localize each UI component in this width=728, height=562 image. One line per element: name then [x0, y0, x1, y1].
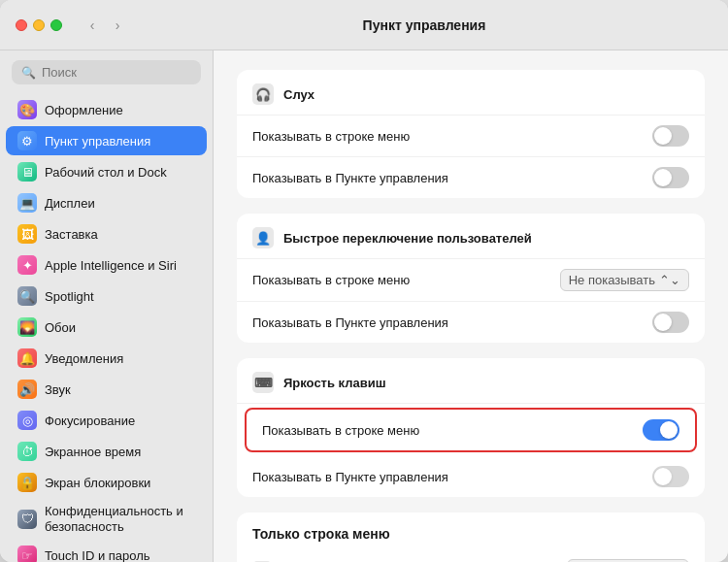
hearing-section-header: 🎧 Слух — [237, 70, 705, 116]
hearing-control-row: Показывать в Пункте управления — [237, 157, 705, 198]
sidebar-item-label: Обои — [45, 320, 76, 335]
back-button[interactable]: ‹ — [82, 15, 103, 36]
sound-icon: 🔊 — [17, 380, 37, 399]
search-input[interactable] — [42, 65, 205, 80]
nav-buttons: ‹ › — [82, 15, 128, 36]
sidebar-item-display[interactable]: 💻 Дисплеи — [6, 188, 207, 217]
sidebar-item-label: Touch ID и пароль — [45, 548, 150, 562]
menubar-only-title: Только строка меню — [237, 512, 705, 549]
sidebar: 🔍 🎨 Оформление ⚙ Пункт управления 🖥 Рабо… — [0, 50, 214, 562]
sidebar-item-label: Конфиденциальность и безопасность — [45, 504, 195, 534]
keyboard-menubar-toggle[interactable] — [643, 419, 679, 441]
sidebar-item-label: Экран блокировки — [45, 476, 150, 490]
keyboard-control-row: Показывать в Пункте управления — [237, 456, 705, 497]
sidebar-item-screensaver[interactable]: 🖼 Заставка — [6, 219, 207, 248]
control-icon: ⚙ — [17, 131, 37, 150]
screensaver-icon: 🖼 — [17, 224, 37, 244]
sidebar-item-label: Apple Intelligence и Siri — [45, 258, 177, 273]
sidebar-item-sound[interactable]: 🔊 Звук — [6, 375, 207, 404]
user-switch-control-toggle[interactable] — [652, 312, 689, 333]
user-switch-dropdown-value: Не показывать — [569, 273, 655, 287]
keyboard-title: Яркость клавиш — [283, 376, 386, 390]
privacy-icon: 🛡 — [17, 510, 37, 529]
user-switch-title: Быстрое переключение пользователей — [283, 231, 532, 246]
hearing-section: 🎧 Слух Показывать в строке меню Показыва… — [237, 70, 705, 198]
maximize-button[interactable] — [50, 19, 62, 31]
user-switch-control-row: Показывать в Пункте управления — [237, 302, 705, 343]
sidebar-item-label: Экранное время — [45, 445, 141, 459]
sidebar-item-label: Оформление — [45, 103, 123, 117]
close-button[interactable] — [16, 19, 27, 31]
display-icon: 💻 — [17, 193, 37, 213]
hearing-menubar-toggle[interactable] — [652, 125, 689, 147]
keyboard-menubar-highlighted: Показывать в строке меню — [245, 408, 697, 452]
sidebar-item-desktop[interactable]: 🖥 Рабочий стол и Dock — [6, 157, 207, 186]
hearing-control-toggle[interactable] — [652, 167, 689, 188]
forward-button[interactable]: › — [107, 15, 128, 36]
sidebar-item-lock[interactable]: 🔒 Экран блокировки — [6, 468, 207, 497]
user-switch-menubar-label: Показывать в строке меню — [252, 273, 560, 287]
user-switch-control-label: Показывать в Пункте управления — [252, 315, 652, 330]
search-icon: 🔍 — [21, 66, 36, 80]
keyboard-header: ⌨ Яркость клавиш — [237, 358, 705, 404]
sidebar-item-spotlight[interactable]: 🔍 Spotlight — [6, 281, 207, 311]
minimize-button[interactable] — [33, 19, 45, 31]
theme-icon: 🎨 — [17, 100, 37, 119]
menubar-only-section: Только строка меню 🕐 Часы Настройки часо… — [237, 512, 705, 562]
lock-icon: 🔒 — [17, 473, 37, 492]
traffic-lights — [16, 19, 62, 31]
sidebar-item-ai[interactable]: ✦ Apple Intelligence и Siri — [6, 250, 207, 280]
keyboard-menubar-row: Показывать в строке меню — [247, 410, 695, 450]
hearing-section-title: Слух — [283, 87, 314, 102]
screentime-icon: ⏱ — [17, 442, 37, 461]
sidebar-item-label: Spotlight — [45, 289, 94, 304]
hearing-control-label: Показывать в Пункте управления — [252, 171, 652, 185]
user-switch-header: 👤 Быстрое переключение пользователей — [237, 214, 705, 259]
sidebar-item-label: Рабочий стол и Dock — [45, 165, 167, 180]
dropdown-arrow-icon: ⌃⌄ — [659, 273, 680, 287]
sidebar-item-focus[interactable]: ◎ Фокусирование — [6, 406, 207, 435]
notifications-icon: 🔔 — [17, 348, 37, 368]
sidebar-item-touchid[interactable]: ☞ Touch ID и пароль — [6, 541, 207, 562]
search-box[interactable]: 🔍 — [12, 60, 201, 84]
desktop-icon: 🖥 — [17, 162, 37, 182]
keyboard-icon: ⌨ — [252, 372, 274, 393]
hearing-menubar-label: Показывать в строке меню — [252, 129, 652, 144]
touchid-icon: ☞ — [17, 545, 37, 562]
sidebar-item-control[interactable]: ⚙ Пункт управления — [6, 126, 207, 155]
hearing-menubar-row: Показывать в строке меню — [237, 116, 705, 157]
keyboard-control-toggle[interactable] — [652, 466, 689, 487]
sidebar-item-wallpaper[interactable]: 🌄 Обои — [6, 313, 207, 342]
content-area: 🔍 🎨 Оформление ⚙ Пункт управления 🖥 Рабо… — [0, 50, 728, 562]
sidebar-item-label: Пункт управления — [45, 134, 150, 149]
titlebar: ‹ › Пункт управления — [0, 0, 728, 50]
clock-row: 🕐 Часы Настройки часов... — [237, 549, 705, 562]
sidebar-item-label: Дисплеи — [45, 196, 95, 211]
sidebar-item-label: Звук — [45, 382, 71, 397]
sidebar-item-privacy[interactable]: 🛡 Конфиденциальность и безопасность — [6, 499, 207, 539]
focus-icon: ◎ — [17, 411, 37, 430]
main-window: ‹ › Пункт управления 🔍 🎨 Оформление ⚙ Пу… — [0, 0, 728, 562]
keyboard-menubar-label: Показывать в строке меню — [262, 423, 643, 438]
hearing-icon: 🎧 — [252, 83, 274, 105]
ai-icon: ✦ — [17, 255, 37, 275]
sidebar-item-label: Заставка — [45, 227, 98, 242]
sidebar-item-theme[interactable]: 🎨 Оформление — [6, 95, 207, 124]
user-switch-menubar-row: Показывать в строке меню Не показывать ⌃… — [237, 259, 705, 302]
main-panel: 🎧 Слух Показывать в строке меню Показыва… — [214, 50, 728, 562]
user-switch-icon: 👤 — [252, 227, 274, 248]
sidebar-item-label: Уведомления — [45, 351, 123, 366]
wallpaper-icon: 🌄 — [17, 317, 37, 337]
sidebar-item-notifications[interactable]: 🔔 Уведомления — [6, 344, 207, 373]
window-title: Пункт управления — [136, 17, 712, 33]
sidebar-item-screentime[interactable]: ⏱ Экранное время — [6, 437, 207, 466]
sidebar-item-label: Фокусирование — [45, 413, 135, 428]
keyboard-brightness-section: ⌨ Яркость клавиш Показывать в строке мен… — [237, 358, 705, 497]
keyboard-control-label: Показывать в Пункте управления — [252, 470, 652, 484]
user-switch-section: 👤 Быстрое переключение пользователей Пок… — [237, 214, 705, 343]
user-switch-menubar-dropdown[interactable]: Не показывать ⌃⌄ — [560, 269, 689, 291]
spotlight-icon: 🔍 — [17, 286, 37, 306]
